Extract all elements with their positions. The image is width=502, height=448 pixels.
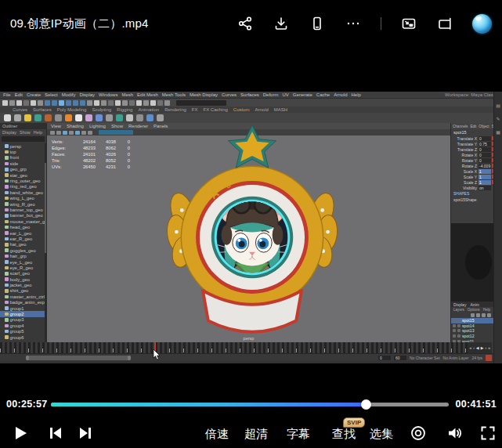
subtitle-button[interactable]: 字幕 (287, 427, 310, 442)
shelf-tab[interactable]: Poly Modeling (57, 107, 87, 112)
episodes-button[interactable]: 选集 (370, 427, 393, 442)
viewport-toolbar-icon[interactable] (50, 131, 55, 135)
channel-attribute-row[interactable]: Rotate Z-4.009 (451, 163, 493, 168)
download-icon[interactable] (273, 15, 290, 32)
progress-bar[interactable] (51, 403, 449, 406)
channel-attribute-value[interactable]: 0 (479, 136, 491, 141)
maya-command-line[interactable] (0, 361, 493, 363)
transport-button[interactable]: ‹ (473, 345, 475, 350)
outliner-item[interactable]: hat_geo (0, 242, 45, 247)
statusline-icon[interactable] (122, 100, 128, 106)
statusline-icon[interactable] (164, 100, 170, 106)
channel-attribute-row[interactable]: Translate Z0 (451, 146, 493, 152)
more-icon[interactable] (345, 15, 362, 32)
outliner-item[interactable]: group4 (0, 323, 45, 328)
outliner-menu-item[interactable]: Display (2, 130, 16, 135)
fps-selector[interactable]: 24 fps (471, 356, 482, 360)
channel-attribute-row[interactable]: Rotate X0 (451, 152, 493, 157)
outliner-item[interactable]: mouse_master_grp (0, 219, 45, 224)
speed-button[interactable]: 倍速 (205, 427, 229, 442)
cast-screen-icon[interactable] (436, 15, 453, 32)
channel-attribute-row[interactable]: Scale Z1 (451, 179, 493, 185)
channel-box-node-name[interactable]: spot15 (451, 129, 493, 135)
transport-button[interactable]: › (486, 345, 487, 350)
outliner-item[interactable]: top (0, 149, 45, 154)
shelf-tool-icon[interactable] (96, 114, 103, 121)
anim-layer-row[interactable]: spot13 (451, 328, 493, 334)
statusline-icon[interactable] (115, 100, 121, 106)
outliner-item[interactable]: side (0, 161, 45, 166)
viewport-toolbar-icon[interactable] (88, 131, 92, 135)
viewport-toolbar-icon[interactable] (63, 131, 67, 135)
outliner-item[interactable]: eye_L_geo (0, 259, 45, 265)
outliner-item[interactable]: group3 (0, 317, 45, 323)
maya-viewport[interactable]: ViewShadingLightingShowRendererPanels Ve… (47, 123, 450, 342)
channel-attribute-value[interactable]: 0 (479, 153, 491, 157)
outliner-item[interactable]: banner_top_geo (0, 207, 45, 212)
channel-box-menu-item[interactable]: Edit (470, 125, 476, 128)
outliner-item[interactable]: banner_bot_geo (0, 213, 45, 219)
playback-end-field[interactable]: 60 (394, 356, 406, 360)
range-slider[interactable] (26, 356, 131, 360)
assistant-ball-icon[interactable] (472, 14, 492, 34)
shelf-tool-icon[interactable] (34, 114, 42, 121)
play-button[interactable] (10, 423, 31, 443)
channel-attribute-value[interactable]: 0 (479, 158, 491, 163)
outliner-item[interactable]: head_geo (0, 224, 45, 229)
shelf-tool-icon[interactable] (65, 114, 72, 121)
outliner-item[interactable]: jacket_geo (0, 282, 45, 287)
statusline-icon[interactable] (157, 100, 163, 106)
outliner-item[interactable]: group1 (0, 305, 45, 311)
outliner-item[interactable]: body_geo (0, 276, 45, 282)
maya-menu-item[interactable]: Curves (222, 92, 237, 97)
layers-panel-menu[interactable]: Help (483, 308, 490, 312)
channel-attribute-value[interactable]: 0 (479, 147, 491, 152)
transport-button[interactable]: « (469, 345, 471, 350)
viewport-menu-item[interactable]: Shading (67, 124, 84, 128)
maya-menu-item[interactable]: Edit Mesh (137, 92, 158, 97)
shelf-tab[interactable]: Custom (233, 107, 250, 112)
channel-attribute-row[interactable]: Scale Y1 (451, 174, 493, 179)
statusline-icon[interactable] (150, 100, 156, 106)
channel-attribute-value[interactable]: 1 (479, 169, 491, 174)
next-episode-button[interactable] (75, 423, 96, 443)
outliner-scrollbar[interactable] (45, 143, 46, 342)
shelf-tab[interactable]: Rendering (164, 107, 186, 112)
channel-box-tab-icon[interactable]: ▦ (496, 129, 500, 135)
maya-menu-item[interactable]: UV (282, 92, 288, 97)
viewport-menu-item[interactable]: View (51, 124, 61, 128)
outliner-item[interactable]: group6 (0, 334, 45, 340)
outliner-menu-item[interactable]: Help (34, 130, 42, 135)
outliner-item[interactable]: hair_grp (0, 253, 45, 258)
shelf-tool-icon[interactable] (157, 114, 164, 121)
outliner-item[interactable]: scarf_geo (0, 271, 45, 276)
maya-menu-item[interactable]: File (3, 92, 11, 97)
previous-episode-button[interactable] (45, 423, 66, 443)
layer-mute-toggle[interactable] (457, 329, 460, 332)
maya-menu-item[interactable]: Arnold (334, 92, 347, 97)
maya-menu-item[interactable]: Modify (62, 92, 76, 97)
maya-menu-item[interactable]: Surfaces (240, 92, 259, 97)
maya-time-slider[interactable]: «‹◀▶›» (0, 342, 493, 353)
tool-settings-tab-icon[interactable]: ✎ (496, 116, 500, 121)
outliner-item[interactable]: goggles_geo (0, 247, 45, 253)
layers-toolbar-icon[interactable] (471, 313, 475, 317)
maya-menu-item[interactable]: Select (45, 92, 58, 97)
outliner-item[interactable]: ear_R_geo (0, 236, 45, 241)
shelf-tab[interactable]: FX Caching (203, 107, 227, 112)
channel-attribute-row[interactable]: Rotate Y0 (451, 157, 493, 163)
viewport-menu-item[interactable]: Show (111, 124, 123, 128)
share-icon[interactable] (237, 15, 254, 32)
attribute-editor-tab-icon[interactable]: ▤ (496, 103, 500, 108)
shelf-tab[interactable]: FX (192, 107, 198, 112)
layer-visibility-toggle[interactable] (453, 319, 456, 322)
maya-workspace-selector[interactable]: Workspace: Maya Classic (445, 92, 499, 97)
statusline-icon[interactable] (38, 100, 43, 106)
shelf-tool-icon[interactable] (85, 114, 92, 121)
outliner-item[interactable]: geo_grp (0, 167, 45, 172)
shelf-tool-icon[interactable] (126, 114, 133, 121)
shelf-tool-icon[interactable] (75, 114, 82, 121)
maya-menu-item[interactable]: Help (351, 92, 360, 97)
outliner-item[interactable]: eye_R_geo (0, 265, 45, 270)
viewport-toolbar-icon[interactable] (56, 131, 61, 135)
